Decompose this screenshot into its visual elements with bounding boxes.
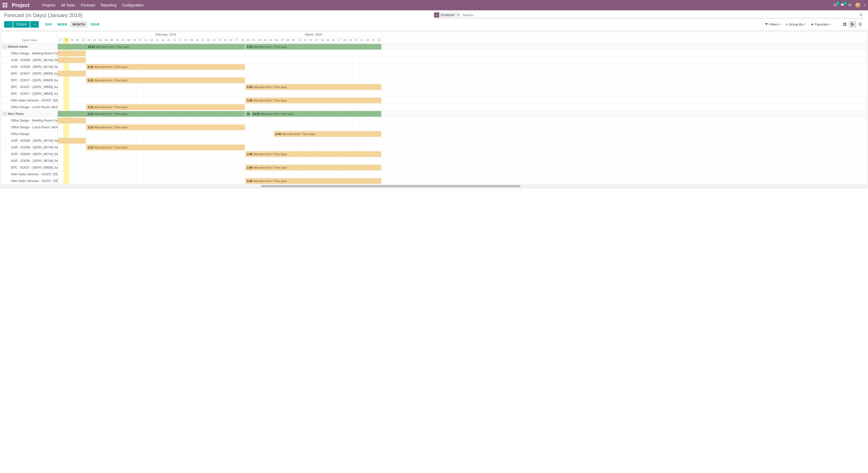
task-label[interactable]: Office Design - Lunch Room: kitche	[1, 124, 58, 130]
task-label[interactable]: After-Sales Services - SO037: [SE	[1, 97, 58, 104]
task-label[interactable]: Office Design - Meeting Room Furn	[1, 117, 58, 124]
gantt-bar[interactable]: 6.94Allocated time / Time span	[274, 131, 381, 137]
gantt-task-row: After-Sales Services - SO037: [SE	[1, 171, 867, 178]
task-label[interactable]: DPC - SO037 - [SERV_89665] Juni	[1, 164, 58, 171]
gantt-bar[interactable]	[58, 71, 86, 76]
gantt-task-row: DPC - SO037 - [SERV_89665] Juni	[1, 70, 867, 77]
scale-year[interactable]: YEAR	[88, 21, 102, 28]
next-button[interactable]: →	[30, 21, 39, 28]
scale-month[interactable]: MONTH	[70, 21, 88, 28]
gantt-bar[interactable]: 2.98Allocated time / Time span	[245, 165, 381, 170]
activities-icon[interactable]: 8	[833, 3, 837, 7]
day-header: 29	[69, 37, 75, 43]
filters-dropdown[interactable]: Filters▾	[765, 23, 781, 26]
bar-value: 2.98	[247, 166, 252, 169]
gantt-bar[interactable]: 18.85Allocated time / Time span	[251, 111, 381, 117]
gantt-bar[interactable]: 15.63Allocated time / Time span	[58, 44, 245, 49]
bar-value: 3.13	[88, 106, 93, 109]
prev-button[interactable]: ←	[4, 21, 13, 28]
menu-configuration[interactable]: Configuration	[122, 3, 144, 7]
gantt-bar[interactable]	[58, 138, 86, 143]
page-title: Forecast (in Days) (January 2019)	[4, 12, 434, 18]
gantt-task-row: Office Design - Lunch Room: kitche3.13Al…	[1, 124, 867, 131]
gantt-bar[interactable]: 2.98Allocated time / Time span	[245, 151, 381, 157]
bar-value: 2.98	[247, 153, 252, 156]
gantt-bar[interactable]: 5.95Allocated time / Time span	[245, 178, 381, 184]
scale-day[interactable]: DAY	[43, 21, 55, 28]
task-label[interactable]: DPC - SO037 - [SERV_89665] Juni	[1, 77, 58, 83]
task-label[interactable]: AGR - SO036 - [SERV_89744] Sen	[1, 158, 58, 164]
gantt-bar[interactable]: 6.25Allocated time / Time span	[86, 64, 245, 70]
menu-all-tasks[interactable]: All Tasks	[61, 3, 75, 7]
bar-text: Allocated time / Time span	[94, 146, 128, 149]
gantt-task-row: AGR - SO036 - [SERV_89744] Sen3.13Alloca…	[1, 144, 867, 151]
search-icon[interactable]	[858, 13, 864, 17]
task-label[interactable]: DPC - SO037 - [SERV_89665] Juni	[1, 70, 58, 77]
task-label[interactable]: Office Design - Lunch Room: kitche	[1, 104, 58, 110]
task-label[interactable]: AGR - SO036 - [SERV_89744] Sen	[1, 151, 58, 157]
gantt-task-row: DPC - SO037 - [SERV_89665] Juni0.60Alloc…	[1, 83, 867, 90]
control-panel: Forecast (in Days) (January 2019) ≡ Empl…	[0, 10, 868, 30]
kanban-view-button[interactable]	[841, 21, 848, 28]
gantt-bar[interactable]: 6.55Allocated time / Time span	[245, 44, 381, 49]
gantt-bar[interactable]: 6.26Allocated time / Time span	[58, 111, 245, 117]
facet-remove[interactable]: ×	[456, 13, 460, 17]
task-label[interactable]: DPC - SO037 - [SERV_89665] Juni	[1, 90, 58, 97]
gantt-task-row: DPC - SO037 - [SERV_89665] Juni2.98Alloc…	[1, 164, 867, 171]
gantt-bar[interactable]: 5.95Allocated time / Time span	[245, 98, 381, 103]
messages-icon[interactable]: 1	[841, 3, 844, 7]
gantt-bar[interactable]: 6.25Allocated time / Time span	[86, 77, 245, 83]
task-label[interactable]: DPC - SO037 - [SERV_89665] Juni	[1, 83, 58, 90]
groupby-dropdown[interactable]: ≡Group By▾	[786, 23, 805, 26]
month-header: March, 2019	[245, 32, 382, 37]
favorites-dropdown[interactable]: ★Favorites▾	[811, 23, 831, 26]
task-label[interactable]: Office Design - Meeting Room Furn	[1, 50, 58, 57]
day-header: 24	[217, 37, 223, 43]
gantt-bar[interactable]: 11.91Allocated time /	[245, 111, 251, 117]
day-header: 16	[172, 37, 177, 43]
apps-icon[interactable]	[3, 3, 7, 7]
task-label[interactable]: After-Sales Services - SO037: [SE	[1, 178, 58, 184]
gantt-bar[interactable]	[58, 50, 86, 56]
gantt-view-button[interactable]	[849, 21, 856, 28]
svg-rect-3	[845, 23, 846, 24]
user-menu-caret[interactable]: ▾	[864, 4, 865, 6]
gantt-bar[interactable]	[58, 118, 86, 124]
task-label[interactable]: AGR - SO036 - [SERV_89744] Sen	[1, 137, 58, 144]
day-header: 27	[58, 37, 64, 43]
task-label[interactable]: AGR - SO036 - [SERV_89744] Sen	[1, 64, 58, 70]
close-icon[interactable]: ✕	[848, 2, 852, 8]
task-label[interactable]: AGR - SO036 - [SERV_89744] Sen	[1, 144, 58, 150]
top-nav: Project Projects All Tasks Forecast Repo…	[0, 0, 868, 10]
gantt-bar[interactable]: 3.13Allocated time / Time span	[86, 144, 245, 150]
gantt-task-row: DPC - SO037 - [SERV_89665] Juni	[1, 90, 867, 97]
bar-text: Allocated time / Time span	[282, 132, 315, 136]
user-avatar[interactable]	[855, 3, 861, 8]
scale-week[interactable]: WEEK	[55, 21, 70, 28]
collapse-icon[interactable]: −	[3, 112, 6, 115]
task-label[interactable]: After-Sales Services - SO037: [SE	[1, 171, 58, 177]
scrollbar-thumb[interactable]	[261, 185, 521, 187]
bar-value: 5.95	[247, 99, 252, 102]
gantt-task-row: Office Design - Meeting Room Furn	[1, 117, 867, 124]
task-label[interactable]: Office Design	[1, 131, 58, 137]
today-button[interactable]: TODAY	[13, 21, 30, 28]
view-switcher	[841, 21, 864, 28]
gantt-bar[interactable]: 3.13Allocated time / Time span	[86, 104, 245, 110]
day-header: 07	[120, 37, 126, 43]
task-label[interactable]: AGR - SO036 - [SERV_89744] Sen	[1, 57, 58, 63]
horizontal-scrollbar[interactable]	[1, 184, 867, 188]
gantt-bar[interactable]	[58, 57, 86, 63]
collapse-icon[interactable]: −	[3, 45, 6, 48]
bar-value: 6.25	[88, 65, 93, 68]
menu-forecast[interactable]: Forecast	[81, 3, 95, 7]
search-input[interactable]	[461, 13, 858, 18]
activities-badge: 8	[836, 2, 840, 5]
gantt-bar[interactable]: 3.13Allocated time / Time span	[86, 125, 245, 130]
gantt-bar[interactable]: 0.60Allocated time / Time span	[245, 84, 381, 90]
day-header: 06	[274, 37, 280, 43]
day-header: 23	[211, 37, 217, 43]
menu-reporting[interactable]: Reporting	[101, 3, 117, 7]
list-view-button[interactable]	[857, 21, 864, 28]
menu-projects[interactable]: Projects	[42, 3, 56, 7]
